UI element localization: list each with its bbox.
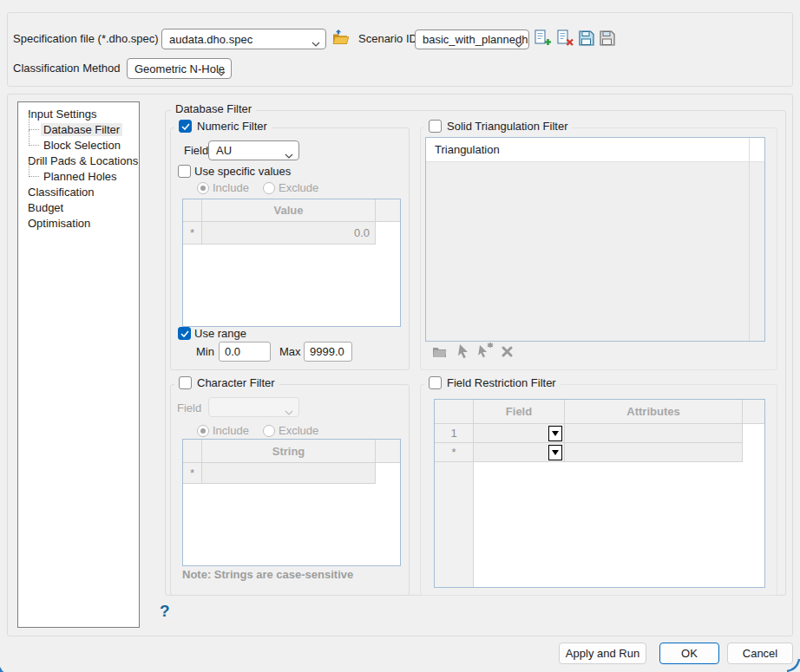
solid-triangulation-filter-checkbox[interactable]: [429, 120, 442, 133]
max-label: Max: [279, 344, 301, 360]
settings-tree: Input Settings Database Filter Block Sel…: [17, 101, 140, 628]
chevron-down-icon: [515, 37, 523, 50]
value-column-header: Value: [202, 199, 376, 222]
max-input[interactable]: 9999.0: [304, 342, 352, 362]
numeric-include-radio: [197, 182, 209, 194]
delete-scenario-icon[interactable]: [556, 29, 574, 47]
save-icon[interactable]: [579, 30, 594, 46]
sidebar-item-block-selection[interactable]: Block Selection: [41, 138, 123, 153]
help-button[interactable]: ?: [160, 602, 170, 621]
table-corner-cell: [435, 400, 474, 424]
field-restriction-table: Field Attributes 1 *: [434, 399, 765, 588]
load-triangulation-icon: [432, 345, 447, 358]
classification-method-combo[interactable]: Geometric N-Hole: [127, 58, 232, 79]
attributes-column-header: Attributes: [565, 400, 743, 424]
chevron-down-icon: [311, 36, 320, 49]
pick-multiple-triangulation-icon: [477, 342, 495, 359]
column-separator: [749, 138, 750, 341]
numeric-filter-checkbox[interactable]: [179, 120, 192, 133]
table-header-filler: [376, 199, 400, 222]
sidebar-item-budget[interactable]: Budget: [25, 200, 66, 216]
table-row-header: *: [183, 222, 202, 245]
pick-triangulation-icon: [458, 344, 470, 359]
triangulation-list: Triangulation: [425, 137, 765, 342]
character-exclude-radio: [263, 425, 275, 437]
field-dropdown-button[interactable]: [548, 445, 562, 460]
use-specific-values-checkbox[interactable]: [178, 165, 191, 178]
save-as-icon[interactable]: [600, 30, 615, 46]
attributes-cell: [565, 424, 743, 443]
sidebar-item-planned-holes[interactable]: Planned Holes: [41, 169, 120, 185]
field-dropdown-button[interactable]: [548, 426, 562, 441]
numeric-exclude-radio: [263, 182, 275, 194]
table-corner-cell: [183, 199, 202, 222]
numeric-filter-label: Numeric Filter: [197, 120, 267, 133]
dialog-window: Specification file (*.dho.spec) audata.d…: [0, 0, 800, 672]
numeric-field-label: Field: [184, 143, 208, 159]
string-cell: [202, 463, 376, 484]
ok-button[interactable]: OK: [659, 643, 719, 664]
character-exclude-label: Exclude: [279, 423, 318, 439]
table-row-header: *: [435, 443, 474, 462]
character-filter-checkbox[interactable]: [179, 376, 192, 389]
resize-grip[interactable]: [786, 658, 800, 672]
character-field-label: Field: [177, 401, 201, 416]
row-header-column-filler: [435, 462, 474, 587]
sidebar-item-classification[interactable]: Classification: [25, 185, 97, 200]
scenario-id-label: Scenario ID: [358, 31, 417, 47]
character-include-label: Include: [213, 423, 249, 439]
min-input[interactable]: 0.0: [219, 342, 271, 362]
scenario-id-combo[interactable]: basic_with_plannedh: [415, 29, 529, 49]
spec-file-combo[interactable]: audata.dho.spec: [161, 29, 326, 49]
table-header-filler: [743, 400, 764, 424]
min-label: Min: [196, 344, 214, 360]
top-settings-group: Specification file (*.dho.spec) audata.d…: [7, 12, 793, 87]
solid-triangulation-filter-label: Solid Triangulation Filter: [447, 120, 567, 133]
numeric-include-label: Include: [213, 180, 249, 196]
character-field-combo: [208, 397, 299, 417]
table-header-filler: [376, 440, 400, 463]
character-filter-label: Character Filter: [197, 376, 275, 389]
chevron-down-icon: [285, 148, 293, 161]
use-range-label: Use range: [194, 326, 246, 342]
new-scenario-icon[interactable]: [534, 29, 551, 47]
open-folder-icon[interactable]: [332, 29, 350, 45]
cancel-button[interactable]: Cancel: [727, 643, 793, 664]
use-specific-values-label: Use specific values: [194, 164, 291, 179]
string-column-header: String: [202, 440, 376, 463]
use-range-checkbox[interactable]: [178, 327, 191, 340]
case-sensitive-note: Note: Strings are case-sensitive: [182, 568, 353, 581]
character-include-radio: [197, 425, 209, 437]
sidebar-item-optimisation[interactable]: Optimisation: [25, 216, 93, 232]
chevron-down-icon: [285, 405, 293, 418]
table-row-header: *: [183, 463, 202, 484]
numeric-exclude-label: Exclude: [279, 180, 318, 196]
table-corner-cell: [183, 440, 202, 463]
classification-method-label: Classification Method: [13, 61, 121, 76]
field-column-header: Field: [474, 400, 565, 424]
sidebar-item-drill-pads-locations[interactable]: Drill Pads & Locations: [25, 153, 141, 169]
character-strings-table: String *: [182, 439, 401, 566]
numeric-values-table: Value * 0.0: [182, 199, 401, 327]
spec-file-label: Specification file (*.dho.spec): [13, 31, 159, 47]
remove-triangulation-icon: [502, 346, 513, 357]
field-restriction-filter-checkbox[interactable]: [429, 376, 442, 389]
chevron-down-icon: [217, 66, 226, 79]
triangulation-list-header: Triangulation: [426, 138, 764, 162]
sidebar-item-database-filter[interactable]: Database Filter: [41, 122, 122, 138]
table-row-header: 1: [435, 424, 474, 443]
cursor-fragment: [0, 664, 9, 672]
numeric-field-combo[interactable]: AU: [208, 140, 299, 160]
value-cell: 0.0: [202, 222, 376, 245]
database-filter-title: Database Filter: [171, 102, 256, 115]
attributes-cell: [565, 443, 743, 462]
apply-and-run-button[interactable]: Apply and Run: [559, 643, 646, 664]
field-restriction-filter-label: Field Restriction Filter: [447, 376, 556, 389]
